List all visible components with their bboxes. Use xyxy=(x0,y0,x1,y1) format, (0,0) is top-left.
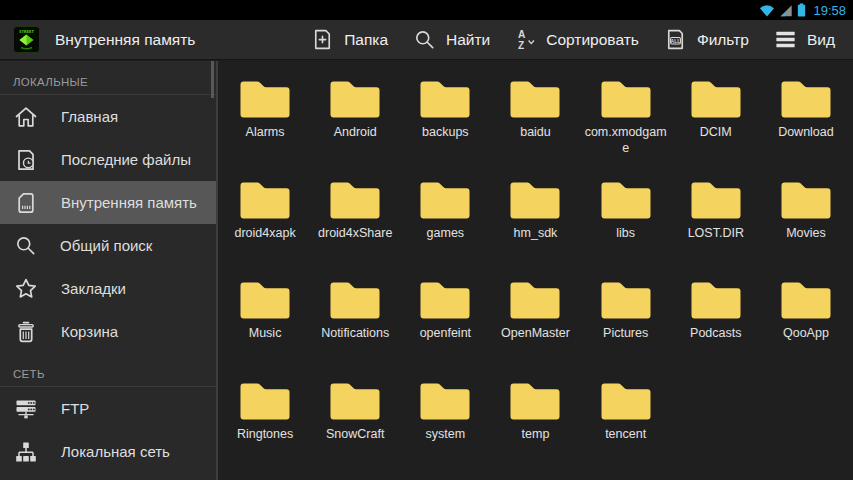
folder-name: tencent xyxy=(605,426,646,442)
folder-name: droid4xapk xyxy=(234,225,295,241)
svg-text:A: A xyxy=(518,29,526,40)
toolbar-action-label: Найти xyxy=(446,31,490,49)
folder-item[interactable]: OpenMaster xyxy=(490,279,580,378)
folder-item[interactable]: QooApp xyxy=(761,279,851,378)
status-time: 19:58 xyxy=(813,3,846,18)
sidebar-item-label: FTP xyxy=(61,400,89,417)
sidebar-item-global-search[interactable]: Общий поиск xyxy=(0,224,216,267)
toolbar-action-view[interactable]: Вид xyxy=(761,20,847,60)
battery-icon xyxy=(797,3,806,17)
toolbar-action-filter[interactable]: ALLФильтр xyxy=(651,20,761,60)
folder-item[interactable]: libs xyxy=(581,179,671,278)
folder-name: QooApp xyxy=(783,325,829,341)
sidebar-item-internal-storage[interactable]: Внутренняя память xyxy=(0,181,216,224)
wifi-icon xyxy=(759,4,775,17)
app-icon[interactable]: STREET xyxy=(13,26,40,53)
folder-icon xyxy=(418,78,472,121)
folder-icon xyxy=(328,380,382,423)
recent-files-icon xyxy=(13,147,39,173)
folder-item[interactable]: Music xyxy=(220,279,310,378)
sidebar-item-label: Общий поиск xyxy=(60,237,152,254)
toolbar-action-label: Вид xyxy=(807,31,835,49)
folder-icon xyxy=(599,179,653,222)
toolbar-action-search[interactable]: Найти xyxy=(400,20,502,60)
folder-item[interactable]: temp xyxy=(490,380,580,479)
sidebar-item-bookmarks[interactable]: Закладки xyxy=(0,267,216,310)
new-folder-icon xyxy=(310,27,335,52)
search-icon xyxy=(412,27,437,52)
folder-item[interactable]: backups xyxy=(400,78,490,177)
folder-item[interactable]: com.xmodgame xyxy=(581,78,671,177)
sidebar-section-header: ЛОКАЛЬНЫЕ xyxy=(0,61,216,95)
folder-name: Download xyxy=(778,124,834,140)
folder-item[interactable]: SnowCraft xyxy=(310,380,400,479)
folder-item[interactable]: Ringtones xyxy=(220,380,310,479)
folder-item[interactable]: droid4xapk xyxy=(220,179,310,278)
sdcard-icon xyxy=(13,190,39,216)
folder-item[interactable]: hm_sdk xyxy=(490,179,580,278)
folder-item[interactable]: Alarms xyxy=(220,78,310,177)
folder-name: openfeint xyxy=(420,325,471,341)
search-icon xyxy=(13,233,38,258)
folder-name: Android xyxy=(334,124,377,140)
folder-icon xyxy=(779,179,833,222)
folder-item[interactable]: droid4xShare xyxy=(310,179,400,278)
sidebar-item-label: Последние файлы xyxy=(61,151,191,168)
folder-item[interactable]: Podcasts xyxy=(671,279,761,378)
svg-text:Z: Z xyxy=(518,40,524,51)
folder-icon xyxy=(418,279,472,322)
sidebar-item-lan[interactable]: Локальная сеть xyxy=(0,430,216,473)
folder-name: OpenMaster xyxy=(501,325,570,341)
trash-icon xyxy=(13,319,39,345)
folder-name: Pictures xyxy=(603,325,648,341)
folder-item[interactable]: openfeint xyxy=(400,279,490,378)
folder-icon xyxy=(238,279,292,322)
folder-item[interactable]: baidu xyxy=(490,78,580,177)
folder-icon xyxy=(689,279,743,322)
home-icon xyxy=(13,104,39,130)
svg-text:ALL: ALL xyxy=(670,38,680,44)
folder-icon xyxy=(238,380,292,423)
folder-name: baidu xyxy=(520,124,551,140)
folder-icon xyxy=(238,179,292,222)
folder-name: Notifications xyxy=(321,325,389,341)
folder-item[interactable]: Download xyxy=(761,78,851,177)
folder-name: Podcasts xyxy=(690,325,741,341)
toolbar-action-new-folder[interactable]: Папка xyxy=(298,20,400,60)
file-grid: AlarmsAndroidbackupsbaiducom.xmodgameDCI… xyxy=(218,61,853,480)
folder-item[interactable]: system xyxy=(400,380,490,479)
sidebar: ЛОКАЛЬНЫЕГлавнаяПоследние файлыВнутрення… xyxy=(0,61,216,480)
sidebar-item-trash[interactable]: Корзина xyxy=(0,310,216,353)
sidebar-item-label: Закладки xyxy=(61,280,126,297)
svg-text:STREET: STREET xyxy=(19,29,35,34)
folder-item[interactable]: Notifications xyxy=(310,279,400,378)
folder-item[interactable]: LOST.DIR xyxy=(671,179,761,278)
folder-icon xyxy=(238,78,292,121)
folder-icon xyxy=(779,78,833,121)
sidebar-item-recent-files[interactable]: Последние файлы xyxy=(0,138,216,181)
sidebar-section-header: СЕТЬ xyxy=(0,353,216,387)
folder-icon xyxy=(599,380,653,423)
folder-name: libs xyxy=(616,225,635,241)
folder-item[interactable]: Pictures xyxy=(581,279,671,378)
folder-icon xyxy=(689,78,743,121)
sidebar-scrollbar-thumb[interactable] xyxy=(211,61,214,98)
folder-name: DCIM xyxy=(700,124,732,140)
ftp-server-icon xyxy=(13,396,39,422)
folder-item[interactable]: games xyxy=(400,179,490,278)
page-title: Внутренняя память xyxy=(55,31,195,49)
folder-icon xyxy=(328,179,382,222)
folder-item[interactable]: tencent xyxy=(581,380,671,479)
sidebar-item-ftp[interactable]: FTP xyxy=(0,387,216,430)
folder-name: SnowCraft xyxy=(326,426,384,442)
folder-name: backups xyxy=(422,124,469,140)
folder-item[interactable]: Movies xyxy=(761,179,851,278)
folder-name: Music xyxy=(249,325,282,341)
sidebar-item-label: Корзина xyxy=(61,323,118,340)
folder-name: temp xyxy=(522,426,550,442)
view-icon xyxy=(773,27,798,52)
toolbar-action-sort[interactable]: AZСортировать xyxy=(502,20,651,60)
folder-item[interactable]: Android xyxy=(310,78,400,177)
folder-item[interactable]: DCIM xyxy=(671,78,761,177)
sidebar-item-home[interactable]: Главная xyxy=(0,95,216,138)
